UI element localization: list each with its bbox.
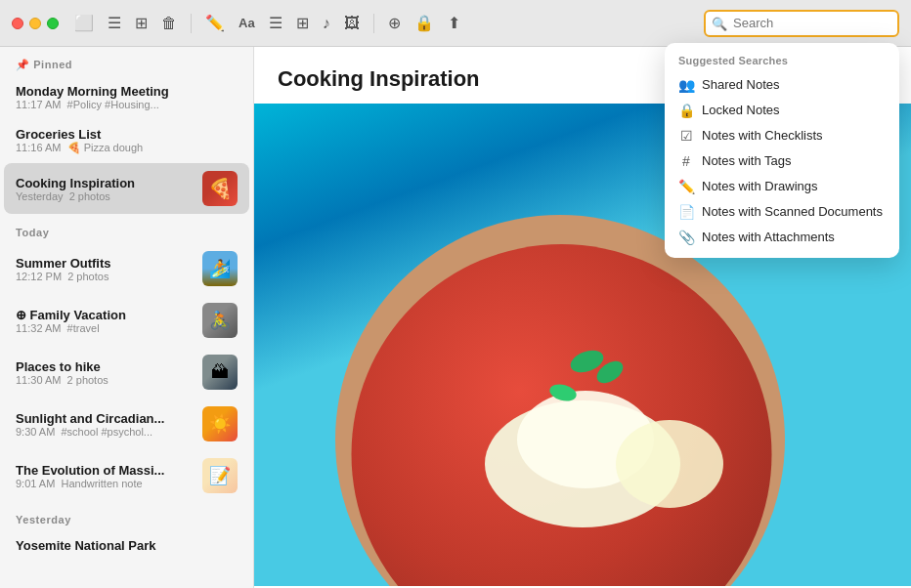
note-meta-groceries: 11:16 AM 🍕 Pizza dough xyxy=(16,142,238,154)
dropdown-item-notes-drawings[interactable]: ✏️ Notes with Drawings xyxy=(665,174,899,199)
note-item-groceries[interactable]: Groceries List 11:16 AM 🍕 Pizza dough xyxy=(4,119,249,162)
close-button[interactable] xyxy=(12,18,23,29)
note-title-evolution: The Evolution of Massi... xyxy=(16,463,195,478)
dropdown-item-notes-checklists[interactable]: ☑ Notes with Checklists xyxy=(665,123,899,148)
compose-icon[interactable]: ✏️ xyxy=(205,14,225,32)
note-thumb-places: 🏔 xyxy=(202,355,238,390)
toolbar: ⬜ ☰ ⊞ 🗑 ✏️ Aa ☰ ⊞ ♪ 🖼 ⊕ 🔒 ⬆ xyxy=(74,14,696,33)
note-meta-evolution: 9:01 AM Handwritten note xyxy=(16,478,195,489)
note-thumb-family: 🚴 xyxy=(202,303,238,338)
table-icon[interactable]: ⊞ xyxy=(296,14,309,32)
note-text-summer: Summer Outfits 12:12 PM 2 photos xyxy=(16,256,195,282)
format-text-icon[interactable]: Aa xyxy=(239,16,255,30)
minimize-button[interactable] xyxy=(29,18,41,29)
search-icon: 🔍 xyxy=(712,16,727,30)
section-label-today: Today xyxy=(0,215,253,242)
shared-notes-icon: 👥 xyxy=(678,77,694,93)
note-text-family: ⊕ Family Vacation 11:32 AM #travel xyxy=(16,308,195,334)
notes-checklists-label: Notes with Checklists xyxy=(702,128,823,143)
collaborate-icon[interactable]: ⊕ xyxy=(388,14,401,32)
search-input[interactable] xyxy=(704,10,899,37)
note-text-monday: Monday Morning Meeting 11:17 AM #Policy … xyxy=(16,84,238,110)
note-text-evolution: The Evolution of Massi... 9:01 AM Handwr… xyxy=(16,463,195,489)
section-label-yesterday: Yesterday xyxy=(0,502,253,529)
toolbar-sep-2 xyxy=(373,14,374,33)
note-item-evolution[interactable]: The Evolution of Massi... 9:01 AM Handwr… xyxy=(4,450,249,501)
note-thumb-cooking: 🍕 xyxy=(202,171,238,206)
toolbar-sep-1 xyxy=(191,14,192,33)
maximize-button[interactable] xyxy=(47,18,59,29)
note-text-sunlight: Sunlight and Circadian... 9:30 AM #schoo… xyxy=(16,411,195,438)
note-text-places: Places to hike 11:30 AM 2 photos xyxy=(16,359,195,386)
lock-icon[interactable]: 🔒 xyxy=(414,14,434,32)
suggested-searches-label: Suggested Searches xyxy=(665,51,899,72)
note-item-family-vacation[interactable]: ⊕ Family Vacation 11:32 AM #travel 🚴 xyxy=(4,295,249,346)
dropdown-item-shared-notes[interactable]: 👥 Shared Notes xyxy=(665,72,899,98)
note-title-places: Places to hike xyxy=(16,359,195,374)
tags-icon: # xyxy=(678,153,694,169)
checklist-icon[interactable]: ☰ xyxy=(269,14,282,32)
note-meta-family: 11:32 AM #travel xyxy=(16,322,195,334)
note-text-yosemite: Yosemite National Park xyxy=(16,538,238,553)
notes-tags-label: Notes with Tags xyxy=(702,153,792,168)
note-meta-sunlight: 9:30 AM #school #psychol... xyxy=(16,426,195,438)
shared-notes-label: Shared Notes xyxy=(702,77,780,92)
titlebar: ⬜ ☰ ⊞ 🗑 ✏️ Aa ☰ ⊞ ♪ 🖼 ⊕ 🔒 ⬆ 🔍 Suggested … xyxy=(0,0,911,47)
cheese-3 xyxy=(616,420,723,508)
scanned-docs-icon: 📄 xyxy=(678,204,694,220)
delete-icon[interactable]: 🗑 xyxy=(161,15,177,32)
drawings-icon: ✏️ xyxy=(678,179,694,194)
note-meta-monday: 11:17 AM #Policy #Housing... xyxy=(16,99,238,110)
note-meta-summer: 12:12 PM 2 photos xyxy=(16,271,195,282)
note-thumb-evolution: 📝 xyxy=(202,458,238,493)
note-item-cooking[interactable]: Cooking Inspiration Yesterday 2 photos 🍕 xyxy=(4,163,249,214)
section-label-pinned: 📌 Pinned xyxy=(0,47,253,75)
search-dropdown: Suggested Searches 👥 Shared Notes 🔒 Lock… xyxy=(665,43,899,258)
note-title-groceries: Groceries List xyxy=(16,127,238,142)
note-meta-cooking: Yesterday 2 photos xyxy=(16,190,195,202)
notes-scanned-label: Notes with Scanned Documents xyxy=(702,204,883,219)
list-view-icon[interactable]: ☰ xyxy=(108,14,121,32)
notes-drawings-label: Notes with Drawings xyxy=(702,179,818,193)
sidebar: 📌 Pinned Monday Morning Meeting 11:17 AM… xyxy=(0,47,254,588)
gallery-view-icon[interactable]: ⊞ xyxy=(135,14,148,32)
note-item-yosemite[interactable]: Yosemite National Park xyxy=(4,530,249,561)
note-thumb-summer: 🏄 xyxy=(202,251,238,286)
note-title-summer: Summer Outfits xyxy=(16,256,195,271)
attachments-icon: 📎 xyxy=(678,230,694,245)
search-container: 🔍 Suggested Searches 👥 Shared Notes 🔒 Lo… xyxy=(704,10,899,37)
note-title-family: ⊕ Family Vacation xyxy=(16,308,195,322)
note-text-cooking: Cooking Inspiration Yesterday 2 photos xyxy=(16,176,195,202)
note-item-sunlight[interactable]: Sunlight and Circadian... 9:30 AM #schoo… xyxy=(4,399,249,449)
sidebar-toggle-icon[interactable]: ⬜ xyxy=(74,14,94,32)
note-item-summer-outfits[interactable]: Summer Outfits 12:12 PM 2 photos 🏄 xyxy=(4,243,249,294)
dropdown-item-notes-scanned[interactable]: 📄 Notes with Scanned Documents xyxy=(665,199,899,225)
dropdown-item-notes-tags[interactable]: # Notes with Tags xyxy=(665,148,899,174)
locked-notes-icon: 🔒 xyxy=(678,103,694,118)
notes-attachments-label: Notes with Attachments xyxy=(702,230,835,244)
media-icon[interactable]: 🖼 xyxy=(344,15,360,32)
share-icon[interactable]: ⬆ xyxy=(448,14,460,32)
note-meta-places: 11:30 AM 2 photos xyxy=(16,374,195,386)
note-title-sunlight: Sunlight and Circadian... xyxy=(16,411,195,426)
dropdown-item-notes-attachments[interactable]: 📎 Notes with Attachments xyxy=(665,225,899,250)
note-title-monday: Monday Morning Meeting xyxy=(16,84,238,99)
locked-notes-label: Locked Notes xyxy=(702,103,780,117)
note-title-cooking: Cooking Inspiration xyxy=(16,176,195,190)
note-title-yosemite: Yosemite National Park xyxy=(16,538,238,553)
checklists-icon: ☑ xyxy=(678,128,694,144)
note-text-groceries: Groceries List 11:16 AM 🍕 Pizza dough xyxy=(16,127,238,154)
note-item-monday-meeting[interactable]: Monday Morning Meeting 11:17 AM #Policy … xyxy=(4,76,249,118)
traffic-lights xyxy=(12,18,59,29)
audio-icon[interactable]: ♪ xyxy=(323,15,330,32)
note-item-places-hike[interactable]: Places to hike 11:30 AM 2 photos 🏔 xyxy=(4,347,249,398)
dropdown-item-locked-notes[interactable]: 🔒 Locked Notes xyxy=(665,98,899,123)
note-thumb-sunlight: ☀️ xyxy=(202,406,238,441)
